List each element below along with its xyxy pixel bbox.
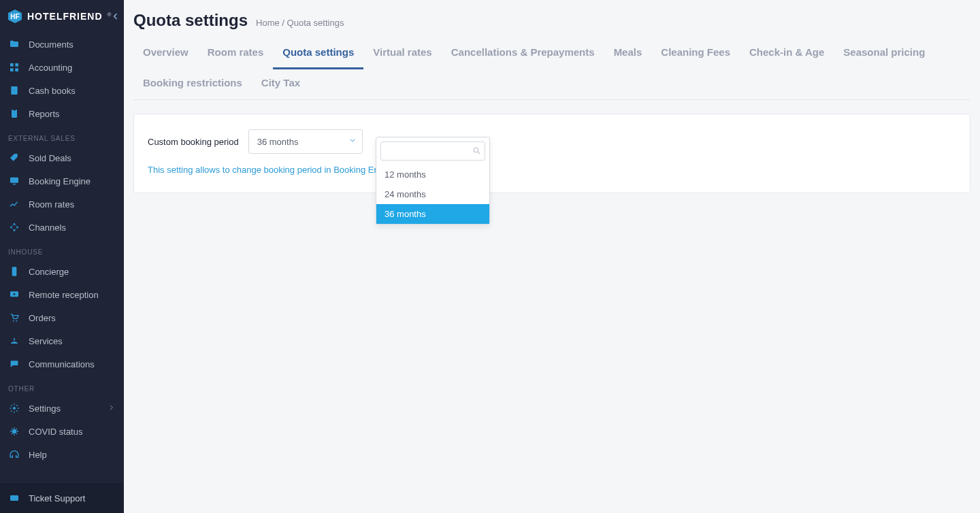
sidebar-footer-label: Ticket Support [29, 493, 85, 503]
settings-card: Custom booking period 36 months This set… [133, 114, 970, 193]
sidebar-item-label: Settings [29, 403, 61, 414]
sidebar-item-channels[interactable]: Channels [0, 216, 124, 239]
tab-cancellations-prepayments[interactable]: Cancellations & Prepayments [442, 38, 604, 69]
sidebar-item-help[interactable]: Help [0, 443, 124, 466]
svg-rect-19 [14, 339, 14, 341]
svg-rect-7 [13, 109, 16, 111]
sidebar-item-reports[interactable]: Reports [0, 102, 124, 125]
bell-icon [8, 335, 20, 347]
svg-point-17 [13, 320, 14, 322]
booking-period-dropdown: 12 months24 months36 months [376, 137, 490, 225]
svg-rect-23 [10, 495, 18, 501]
grid-icon [8, 61, 20, 73]
folder-icon [8, 38, 20, 50]
tab-quota-settings[interactable]: Quota settings [273, 38, 363, 69]
sidebar-item-documents[interactable]: Documents [0, 33, 124, 56]
sidebar-item-cash-books[interactable]: Cash books [0, 79, 124, 102]
phone-icon [8, 265, 20, 278]
page-header: Quota settings Home / Quota settings [133, 11, 970, 30]
tab-check-in-age[interactable]: Check-in & Age [740, 38, 834, 69]
sidebar-item-label: Reports [29, 109, 60, 119]
sidebar-item-accounting[interactable]: Accounting [0, 56, 124, 79]
sidebar-item-label: Concierge [29, 267, 69, 277]
sidebar-item-label: Communications [29, 359, 95, 369]
sidebar: HF HOTELFRIEND ® DocumentsAccountingCash… [0, 0, 124, 513]
collapse-sidebar-button[interactable] [111, 10, 120, 23]
breadcrumb-current: Quota settings [287, 18, 344, 28]
sidebar-item-label: Channels [29, 222, 66, 233]
chat-icon [8, 358, 20, 370]
sidebar-item-label: Cash books [29, 86, 76, 96]
sidebar-item-label: Sold Deals [29, 153, 71, 163]
chevron-right-icon [108, 403, 116, 414]
sidebar-item-label: Room rates [29, 199, 74, 210]
tab-city-tax[interactable]: City Tax [252, 69, 310, 100]
ticket-icon [8, 492, 20, 504]
tabs-bar: OverviewRoom ratesQuota settingsVirtual … [133, 38, 970, 100]
booking-period-select[interactable]: 36 months [248, 129, 363, 154]
sidebar-item-label: COVID status [29, 427, 82, 437]
svg-rect-8 [10, 178, 18, 183]
sidebar-item-sold-deals[interactable]: Sold Deals [0, 146, 124, 169]
sidebar-item-label: Orders [29, 313, 56, 323]
sidebar-item-orders[interactable]: Orders [0, 306, 124, 329]
field-row: Custom booking period 36 months [148, 129, 956, 154]
sidebar-item-remote-reception[interactable]: Remote reception [0, 283, 124, 306]
clipboard-icon [8, 107, 20, 120]
sidebar-section-header: OTHER [0, 376, 124, 397]
main-content: Quota settings Home / Quota settings Ove… [124, 0, 980, 513]
brand-mark-icon: HF [7, 8, 23, 24]
sidebar-item-covid-status[interactable]: COVID status [0, 420, 124, 443]
svg-text:HF: HF [10, 13, 19, 20]
gear-icon [8, 402, 20, 414]
tab-room-rates[interactable]: Room rates [198, 38, 274, 69]
field-helper-text: This setting allows to change booking pe… [148, 165, 956, 175]
svg-rect-9 [13, 184, 16, 184]
reception-icon [8, 288, 20, 301]
sidebar-item-label: Help [29, 450, 47, 460]
sidebar-item-communications[interactable]: Communications [0, 352, 124, 376]
svg-point-18 [16, 320, 17, 322]
tab-booking-restrictions[interactable]: Booking restrictions [133, 69, 252, 100]
dropdown-option[interactable]: 12 months [376, 165, 489, 184]
book-icon [8, 84, 20, 97]
svg-point-21 [13, 407, 16, 410]
svg-point-22 [12, 429, 17, 434]
sidebar-item-room-rates[interactable]: Room rates [0, 193, 124, 216]
sidebar-section-header: EXTERNAL SALES [0, 125, 124, 146]
breadcrumb-home[interactable]: Home [256, 18, 280, 28]
chart-icon [8, 198, 20, 210]
svg-point-16 [14, 293, 16, 295]
chevron-down-icon [348, 137, 357, 147]
dropdown-option[interactable]: 36 months [376, 204, 489, 224]
tab-meals[interactable]: Meals [604, 38, 652, 69]
sidebar-item-concierge[interactable]: Concierge [0, 260, 124, 283]
select-value: 36 months [257, 137, 299, 147]
svg-rect-4 [10, 68, 14, 71]
sidebar-nav: DocumentsAccountingCash booksReportsEXTE… [0, 33, 124, 483]
tab-overview[interactable]: Overview [133, 38, 198, 69]
page-title: Quota settings [133, 11, 248, 30]
tab-cleaning-fees[interactable]: Cleaning Fees [651, 38, 740, 69]
monitor-icon [8, 175, 20, 187]
sidebar-item-label: Remote reception [29, 290, 99, 300]
dropdown-search-input[interactable] [380, 142, 485, 161]
headset-icon [8, 448, 20, 461]
sidebar-section-header: INHOUSE [0, 239, 124, 260]
tab-virtual-rates[interactable]: Virtual rates [363, 38, 441, 69]
tab-seasonal-pricing[interactable]: Seasonal pricing [834, 38, 934, 69]
brand-logo[interactable]: HF HOTELFRIEND ® [7, 8, 111, 24]
brand-name: HOTELFRIEND [27, 11, 103, 22]
sidebar-item-settings[interactable]: Settings [0, 397, 124, 420]
svg-point-20 [14, 338, 15, 340]
svg-rect-6 [12, 110, 17, 118]
sidebar-item-booking-engine[interactable]: Booking Engine [0, 169, 124, 193]
cart-icon [8, 312, 20, 324]
dropdown-option[interactable]: 24 months [376, 184, 489, 204]
nodes-icon [8, 221, 20, 233]
virus-icon [8, 425, 20, 437]
sidebar-item-label: Booking Engine [29, 176, 91, 186]
sidebar-item-services[interactable]: Services [0, 329, 124, 352]
breadcrumb-sep: / [282, 18, 287, 28]
sidebar-footer-item[interactable]: Ticket Support [0, 483, 124, 513]
